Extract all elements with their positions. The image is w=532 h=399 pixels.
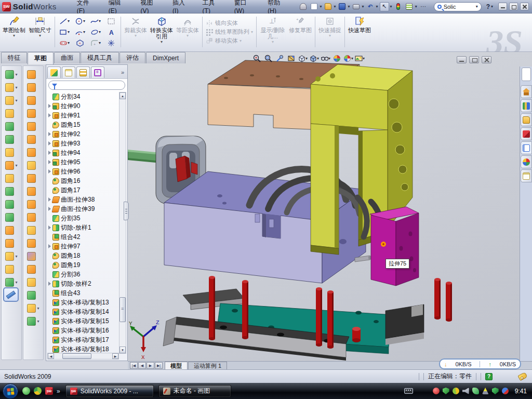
tab-dimxpert-manager[interactable] <box>91 66 104 78</box>
left-toolbar-icon[interactable]: ▾ <box>5 120 17 133</box>
feature-tree-item[interactable]: 实体-移动/复制17 <box>47 335 119 344</box>
print-caret[interactable]: ▾ <box>362 4 364 9</box>
point-icon[interactable] <box>103 37 119 48</box>
ribbon-tab[interactable]: 特征 <box>1 52 27 63</box>
options-caret[interactable]: ▾ <box>415 4 417 9</box>
left-toolbar-icon[interactable]: ▾ <box>27 120 39 133</box>
start-button[interactable] <box>3 383 18 399</box>
menu-item[interactable]: 编辑(E) <box>102 0 134 13</box>
magnify-icon[interactable] <box>275 54 285 63</box>
left-toolbar-icon[interactable]: ▾ <box>5 250 17 263</box>
view-settings-icon[interactable]: ▾ <box>355 54 365 63</box>
expand-arrow-icon[interactable] <box>48 113 51 117</box>
appearances-icon[interactable] <box>521 155 532 168</box>
search-input[interactable]: Solic ▾ <box>434 2 482 11</box>
doc-close-button[interactable] <box>482 56 491 63</box>
doc-restore-button[interactable] <box>469 56 479 63</box>
pin-icon[interactable] <box>299 2 308 11</box>
left-toolbar-icon[interactable]: ▾ <box>27 276 39 289</box>
left-toolbar-icon[interactable]: ▾ <box>27 185 39 198</box>
tool-caret[interactable]: ▾ <box>15 85 17 90</box>
left-toolbar-icon[interactable]: ▾ <box>5 224 17 237</box>
messenger-icon[interactable] <box>22 387 30 395</box>
smart-dimension-caret[interactable]: ▾ <box>39 33 41 38</box>
left-toolbar-icon[interactable]: ▾ <box>5 263 17 276</box>
tree-filter-input[interactable] <box>48 81 125 90</box>
ribbon-tab[interactable]: 草图 <box>28 52 54 64</box>
feature-tree-item[interactable]: 圆角19 <box>47 260 119 270</box>
last-tab-button[interactable]: ▶| <box>155 362 163 369</box>
edit-appearance-icon[interactable] <box>332 54 342 63</box>
feature-tree-item[interactable]: 曲面-拉伸39 <box>47 204 119 214</box>
menu-item[interactable]: 工具(T) <box>196 0 228 13</box>
feature-tree-item[interactable]: 拉伸90 <box>47 101 119 111</box>
feature-tree-item[interactable]: 切除-放样1 <box>47 223 119 232</box>
left-toolbar-icon[interactable]: ▾ <box>27 146 39 159</box>
help-icon[interactable]: ? <box>486 3 490 10</box>
network-warning-icon[interactable] <box>482 388 489 394</box>
feature-tree-item[interactable]: 圆角15 <box>47 120 119 129</box>
menu-item[interactable]: 视图(V) <box>134 0 166 13</box>
left-toolbar-icon[interactable]: ▾ <box>5 133 17 146</box>
tree-vertical-scrollbar[interactable]: ▲ ▼ <box>119 92 126 354</box>
apply-scene-icon[interactable]: ▾ <box>343 54 353 63</box>
feature-tree-item[interactable]: 实体-移动/复制16 <box>47 326 119 335</box>
home-icon[interactable] <box>521 85 532 98</box>
left-toolbar-icon[interactable]: ▾ <box>5 94 17 107</box>
menu-item[interactable]: 插入(I) <box>166 0 196 13</box>
tree-horizontal-scrollbar[interactable]: ◀ ▶ <box>47 353 119 360</box>
left-toolbar-icon[interactable]: ▾ <box>5 237 17 250</box>
expand-arrow-icon[interactable] <box>48 225 51 230</box>
security-plus-icon[interactable] <box>492 388 499 394</box>
slot-icon[interactable]: ▾ <box>57 37 72 48</box>
options-icon[interactable] <box>405 2 414 11</box>
left-toolbar-icon[interactable]: ▾ <box>5 159 17 172</box>
feature-tree-item[interactable]: 分割36 <box>47 270 119 279</box>
left-toolbar-icon[interactable]: ▾ <box>27 81 39 94</box>
tab-property-manager[interactable] <box>62 66 75 78</box>
left-toolbar-icon[interactable]: ▾ <box>27 172 39 185</box>
convert-entities-button[interactable]: 转换实体引用 ▾ <box>149 15 175 49</box>
feature-tree-item[interactable]: 曲面-拉伸38 <box>47 195 119 204</box>
feature-tree-item[interactable]: 圆角17 <box>47 185 119 195</box>
restore-button[interactable] <box>509 3 518 10</box>
circle-icon[interactable]: ▾ <box>72 16 88 26</box>
expand-arrow-icon[interactable] <box>48 197 51 202</box>
arc-icon[interactable]: ▾ <box>72 26 88 37</box>
expand-arrow-icon[interactable] <box>48 169 51 174</box>
document-tab[interactable]: 模型 <box>165 362 188 369</box>
tool-caret[interactable]: ▾ <box>37 319 39 324</box>
update-icon[interactable] <box>453 388 459 394</box>
scroll-right-arrow[interactable]: ▶ <box>112 353 118 359</box>
feature-tree-item[interactable]: 拉伸93 <box>47 139 119 148</box>
left-toolbar-icon[interactable]: ▾ <box>5 172 17 185</box>
left-toolbar-icon[interactable]: ▾ <box>27 107 39 120</box>
left-toolbar-icon[interactable]: ▾ <box>27 250 39 263</box>
feature-tree-item[interactable]: 拉伸92 <box>47 129 119 139</box>
expand-arrow-icon[interactable] <box>48 132 51 136</box>
feature-tree-item[interactable]: 拉伸97 <box>47 242 119 251</box>
prev-tab-button[interactable]: ◀ <box>138 362 146 369</box>
feature-tree-item[interactable]: 拉伸96 <box>47 167 119 176</box>
box-select-icon[interactable] <box>103 16 119 26</box>
left-toolbar-icon[interactable]: ▾ <box>5 81 17 94</box>
sync-icon[interactable] <box>502 388 509 394</box>
scroll-up-arrow[interactable]: ▲ <box>119 92 126 99</box>
tool-caret[interactable]: ▾ <box>15 163 17 168</box>
section-view-icon[interactable] <box>286 54 296 63</box>
quick-launch-overflow[interactable]: » <box>57 388 60 395</box>
expand-arrow-icon[interactable] <box>48 160 51 164</box>
left-toolbar-icon[interactable]: ▾ <box>5 211 17 224</box>
undo-icon[interactable]: ↶ <box>366 2 375 11</box>
tab-feature-manager[interactable] <box>47 66 61 78</box>
rectangle-icon[interactable]: ▾ <box>57 26 72 37</box>
left-toolbar-icon[interactable]: ▾ <box>27 198 39 211</box>
undo-caret[interactable]: ▾ <box>376 4 378 9</box>
left-toolbar-icon[interactable]: ▾ <box>27 159 39 172</box>
expand-arrow-icon[interactable] <box>48 282 51 286</box>
text-icon[interactable]: A <box>103 26 119 37</box>
scroll-thumb[interactable] <box>62 353 91 359</box>
rebuild-icon[interactable] <box>394 2 403 11</box>
model-canvas[interactable]: Y Z X <box>128 52 532 361</box>
zoom-fit-icon[interactable] <box>252 54 262 63</box>
